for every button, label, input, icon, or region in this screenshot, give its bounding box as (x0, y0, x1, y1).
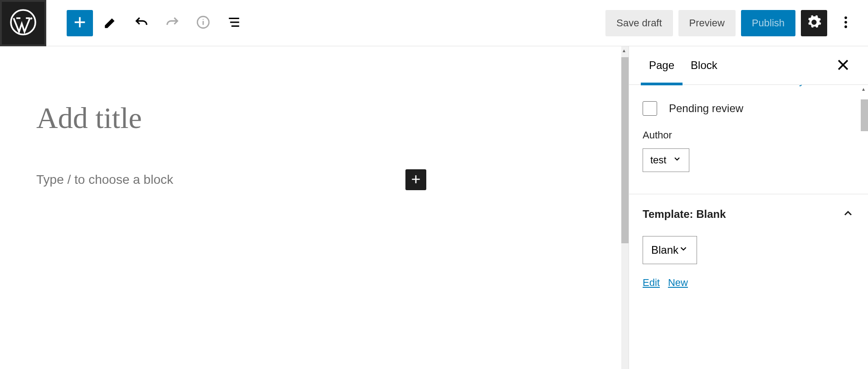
outline-button[interactable] (221, 10, 247, 36)
editor-canvas[interactable] (0, 46, 629, 369)
save-draft-button[interactable]: Save draft (605, 10, 673, 36)
more-vertical-icon (838, 15, 853, 31)
tab-block[interactable]: Block (683, 46, 726, 85)
plus-icon (410, 173, 422, 187)
tools-button[interactable] (98, 10, 124, 36)
close-icon (835, 57, 851, 74)
chevron-down-icon (678, 244, 688, 256)
sidebar-tabs: Page Block (629, 46, 868, 85)
post-title-input[interactable] (36, 101, 592, 135)
redo-button[interactable] (159, 10, 185, 36)
tab-page[interactable]: Page (641, 46, 683, 85)
pending-review-checkbox[interactable] (643, 101, 657, 116)
undo-button[interactable] (128, 10, 155, 36)
publish-button[interactable]: Publish (741, 10, 795, 36)
info-icon (195, 15, 211, 31)
toolbar-right-group: Save draft Preview Publish (605, 10, 868, 36)
edit-template-link[interactable]: Edit (643, 277, 660, 289)
pencil-icon (103, 15, 118, 31)
gear-icon (806, 15, 822, 31)
wordpress-icon (10, 9, 37, 38)
new-template-link[interactable]: New (668, 277, 688, 289)
toolbar-left-group (46, 10, 247, 36)
template-links: Edit New (629, 264, 868, 289)
svg-point-4 (844, 21, 847, 24)
chevron-down-icon (673, 154, 682, 166)
canvas-scrollbar[interactable] (621, 46, 629, 369)
toggle-inserter-button[interactable] (67, 10, 93, 36)
add-block-button[interactable] (405, 169, 426, 190)
block-prompt-input[interactable] (36, 172, 405, 187)
template-section-header[interactable]: Template: Blank (629, 194, 868, 229)
chevron-up-icon (842, 207, 854, 221)
list-view-icon (226, 15, 242, 31)
author-label: Author (643, 129, 854, 141)
panel-scrollbar[interactable] (861, 85, 868, 369)
preview-button[interactable]: Preview (678, 10, 736, 36)
template-value: Blank (651, 244, 678, 256)
options-button[interactable] (833, 10, 859, 36)
sidebar-panel: Publish Immediately Pending review Autho… (629, 85, 868, 369)
svg-point-5 (844, 25, 847, 28)
undo-icon (134, 15, 149, 31)
author-select[interactable]: test (643, 148, 689, 172)
settings-button[interactable] (801, 10, 827, 36)
settings-sidebar: Page Block Publish Immediately Pending r… (629, 46, 868, 369)
template-section-title: Template: Blank (643, 208, 842, 221)
svg-point-3 (844, 16, 847, 19)
redo-icon (165, 15, 180, 31)
svg-point-1 (30, 17, 33, 20)
block-row (36, 169, 426, 190)
pending-review-row: Pending review (643, 101, 854, 116)
pending-review-label: Pending review (669, 102, 743, 115)
close-sidebar-button[interactable] (830, 52, 856, 79)
details-button[interactable] (190, 10, 216, 36)
top-toolbar: Save draft Preview Publish (0, 0, 868, 46)
wordpress-logo-button[interactable] (0, 0, 46, 46)
author-value: test (650, 154, 666, 166)
plus-icon (72, 15, 88, 31)
template-select[interactable]: Blank (643, 236, 697, 264)
publish-row[interactable]: Publish Immediately (629, 85, 868, 90)
